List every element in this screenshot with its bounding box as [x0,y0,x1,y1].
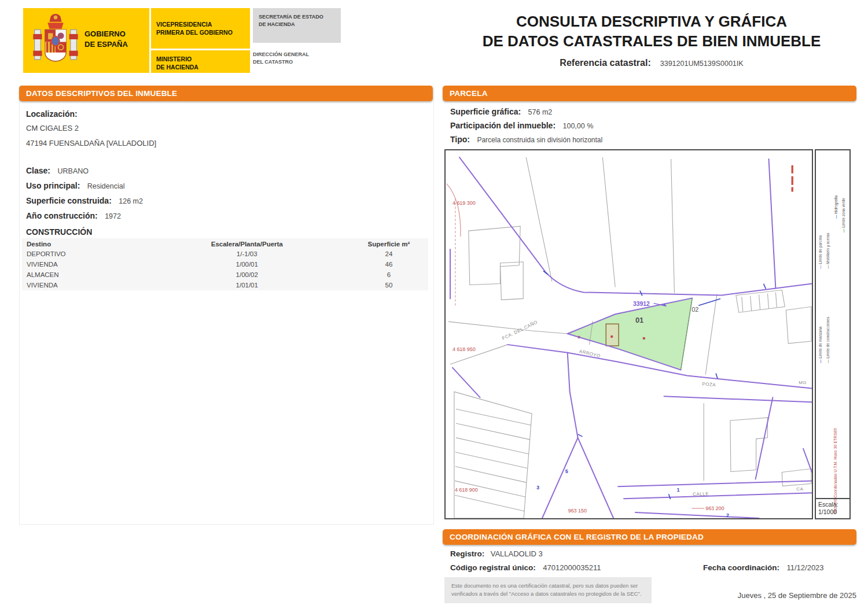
registro-value: VALLADOLID 3 [491,549,543,558]
participacion-label: Participación del inmueble: [450,121,556,130]
participacion-value: 100,00 % [563,122,594,130]
scale-value: 1/1000 [818,508,847,516]
street-label-ca: CA [796,486,803,492]
direccion-general-label: DIRECCIÓN GENERAL DEL CATASTRO [253,51,345,66]
portal-number: 3 [536,485,539,490]
tipo-value: Parcela construida sin división horizont… [477,136,602,144]
government-logo-block: GOBIERNO DE ESPAÑA VICEPRESIDENCIA PRIME… [23,8,250,73]
tipo-label: Tipo: [450,135,470,144]
portal-number: 1 [676,487,679,493]
clase-label: Clase: [26,166,50,175]
reference-value: 3391201UM5139S0001IK [660,60,744,68]
superficie-grafica-value: 576 m2 [528,108,553,116]
government-name: GOBIERNO DE ESPAÑA [84,29,128,49]
street-label-calle: CALLE [693,491,709,497]
secretaria-estado-label: SECRETARÍA DE ESTADO DE HACIENDA [253,8,341,43]
parcela-section-header: PARCELA [443,86,856,101]
legend-item: — Mobiliario y aceras [826,233,830,270]
table-row: ALMACEN 1/00/02 6 [22,270,428,280]
cadastral-map: 4 619 300 4 618 950 4 618 900 963 150 96… [444,149,813,519]
uso-label: Uso principal: [26,181,80,190]
portal-number: 5 [565,468,568,474]
coordinacion-section-header: COORDINACIÓN GRÁFICA CON EL REGISTRO DE … [443,529,856,545]
legend-item: — Hidrografía [834,195,838,219]
logo-divider-horizontal [151,49,250,50]
street-label-mg: MG [799,380,807,385]
codigo-registral-label: Código registral único: [450,563,536,572]
anio-label: Año construcción: [26,211,98,220]
neighbor-parcel-label: 02 [692,306,698,313]
legend-item: — Límite de construcciones [826,317,830,363]
construccion-table: Destino Escalera/Planta/Puerta Superfici… [22,238,428,290]
left-panel [19,86,434,525]
coord-label: 963 200 [705,505,724,511]
col-superficie: Superficie m² [350,238,428,249]
localizacion-label: Localización: [26,109,78,119]
legend-item: — Límite zona verde [841,198,845,232]
legend-item: — Límite de parcela [818,235,822,269]
registro-label: Registro: [450,549,484,558]
superficie-value: 126 m2 [119,197,143,205]
cadastral-reference: Referencia catastral:3391201UM5139S0001I… [446,58,858,68]
datos-section-header: DATOS DESCRIPTIVOS DEL INMUEBLE [19,86,433,101]
codigo-registral-value: 47012000035211 [543,563,601,572]
cadastral-document: GOBIERNO DE ESPAÑA VICEPRESIDENCIA PRIME… [0,0,868,609]
ministerio-label: MINISTERIO DE HACIENDA [156,56,198,71]
coord-label: 4 619 300 [453,200,476,206]
uso-value: Residencial [87,182,125,190]
table-row: VIVIENDA 1/00/01 46 [22,259,428,270]
vicepresidencia-label: VICEPRESIDENCIA PRIMERA DEL GOBIERNO [156,21,233,36]
table-row: DEPORTIVO 1/-1/03 24 [22,249,428,259]
parcel-number-label: 01 [635,316,643,324]
page-title: CONSULTA DESCRIPTIVA Y GRÁFICA DE DATOS … [446,12,858,51]
map-legend: — Límite de manzana — Límite de parcela … [815,149,851,519]
street-label-poza: POZA [702,381,716,387]
document-date: Jueves , 25 de Septiembre de 2025 [613,591,856,600]
reference-label: Referencia catastral: [560,58,650,68]
table-header-row: Destino Escalera/Planta/Puerta Superfici… [22,238,428,249]
cadastral-map-svg: 4 619 300 4 618 950 4 618 900 963 150 96… [446,150,812,518]
building-footprint [606,324,619,346]
coord-label: 4 618 950 [453,346,476,352]
scale-label: Escala: [818,501,847,509]
clase-value: URBANO [57,167,88,175]
address-line1: CM CIGALES 2 [26,124,79,132]
construccion-title: CONSTRUCCIÓN [26,227,92,237]
coord-label: 963 150 [568,508,587,514]
fecha-coordinacion-value: 11/12/2023 [786,563,823,572]
portal-number: 2 [726,512,729,518]
col-escalera: Escalera/Planta/Puerta [144,238,350,249]
fecha-coordinacion-label: Fecha coordinación: [703,563,779,572]
logo-divider [149,8,151,73]
coord-label: 4 618 900 [455,487,478,493]
superficie-grafica-label: Superficie gráfica: [450,107,521,116]
anio-value: 1972 [105,212,121,220]
scale-box: Escala: 1/1000 [816,498,849,518]
col-destino: Destino [22,238,144,249]
table-row: VIVIENDA 1/01/01 50 [22,280,428,290]
legend-item: — Límite de manzana [818,326,822,363]
coat-of-arms-icon [32,14,79,71]
address-line2: 47194 FUENSALDAÑA [VALLADOLID] [26,139,156,147]
superficie-label: Superficie construida: [26,196,112,205]
manzana-label: 33912 [633,301,650,307]
